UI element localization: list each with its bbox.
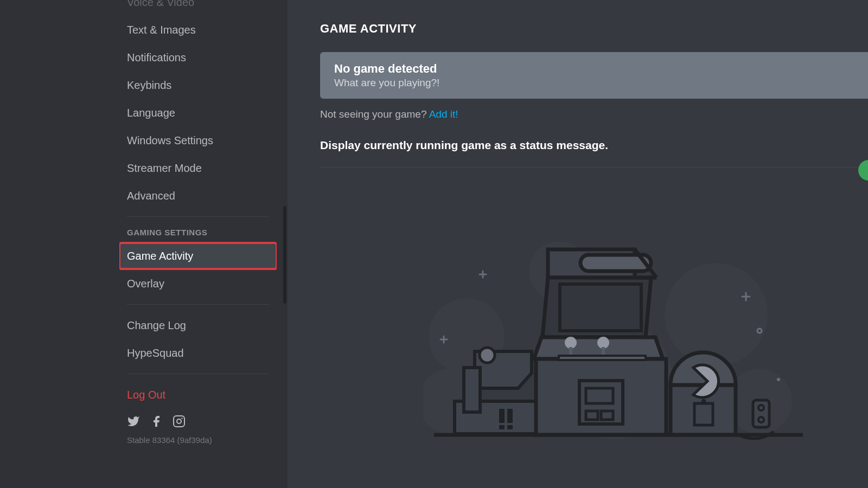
svg-point-1	[177, 419, 181, 423]
sidebar-item-streamer-mode[interactable]: Streamer Mode	[119, 155, 277, 181]
version-info: Stable 83364 (9af39da)	[119, 430, 277, 450]
sidebar-item-text-images[interactable]: Text & Images	[119, 17, 277, 43]
sidebar-gutter	[0, 0, 114, 488]
sidebar-item-advanced[interactable]: Advanced	[119, 183, 277, 209]
add-game-prompt: Not seeing your game? Add it!	[320, 108, 868, 120]
sidebar-item-change-log[interactable]: Change Log	[119, 312, 277, 338]
svg-point-7	[665, 263, 768, 366]
instagram-icon[interactable]	[173, 415, 186, 428]
sidebar-item-overlay[interactable]: Overlay	[119, 271, 277, 297]
svg-rect-18	[464, 368, 480, 412]
sidebar-item-windows-settings[interactable]: Windows Settings	[119, 127, 277, 153]
svg-point-19	[480, 348, 495, 363]
svg-point-2	[181, 418, 182, 419]
svg-point-16	[777, 378, 780, 381]
social-links	[119, 409, 277, 430]
sidebar-item-language[interactable]: Language	[119, 100, 277, 126]
svg-point-29	[565, 337, 577, 349]
divider	[127, 216, 269, 217]
divider	[320, 167, 868, 168]
facebook-icon[interactable]	[150, 415, 163, 428]
sidebar-item-keybinds[interactable]: Keybinds	[119, 72, 277, 98]
svg-point-31	[597, 337, 609, 349]
sidebar-item-voice-video[interactable]: Voice & Video	[119, 0, 277, 15]
sidebar-item-logout[interactable]: Log Out	[119, 382, 277, 408]
sidebar-item-hypesquad[interactable]: HypeSquad	[119, 340, 277, 366]
svg-rect-0	[174, 416, 184, 427]
display-game-toggle[interactable]	[858, 160, 868, 181]
settings-sidebar: Voice & Video Text & Images Notification…	[0, 0, 288, 488]
svg-point-40	[701, 399, 706, 403]
svg-rect-22	[499, 425, 505, 429]
content-pane: GAME ACTIVITY No game detected What are …	[288, 0, 868, 488]
notice-subtext: What are you playing?!	[334, 77, 854, 89]
game-detection-card: No game detected What are you playing?!	[320, 52, 868, 99]
sidebar-scrollbar[interactable]	[283, 206, 286, 304]
settings-page: Voice & Video Text & Images Notification…	[0, 0, 868, 488]
notice-heading: No game detected	[334, 62, 854, 76]
empty-state-illustration	[423, 239, 814, 455]
sidebar-item-notifications[interactable]: Notifications	[119, 44, 277, 70]
sidebar-item-game-activity[interactable]: Game Activity	[119, 243, 277, 269]
svg-rect-23	[507, 425, 513, 429]
svg-rect-21	[507, 409, 513, 423]
page-title: GAME ACTIVITY	[320, 22, 868, 36]
twitter-icon[interactable]	[127, 415, 140, 428]
section-header-gaming: GAMING SETTINGS	[119, 224, 277, 241]
svg-rect-33	[559, 356, 646, 360]
add-game-prompt-text: Not seeing your game?	[320, 108, 429, 120]
divider	[127, 374, 269, 374]
add-game-link[interactable]: Add it!	[429, 108, 458, 120]
divider	[127, 304, 269, 305]
svg-rect-20	[499, 409, 505, 423]
display-game-toggle-label: Display currently running game as a stat…	[320, 139, 868, 152]
